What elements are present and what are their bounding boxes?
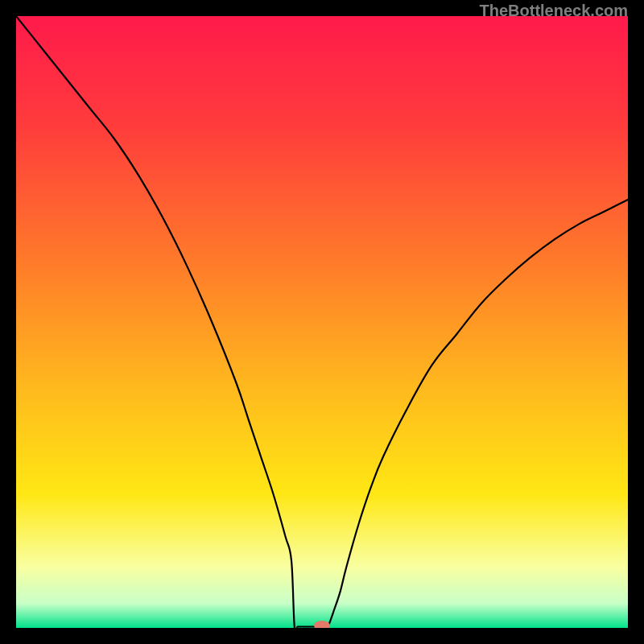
gradient-background — [16, 16, 628, 628]
chart-plot-area — [16, 16, 628, 628]
chart-frame: TheBottleneck.com — [0, 0, 644, 644]
